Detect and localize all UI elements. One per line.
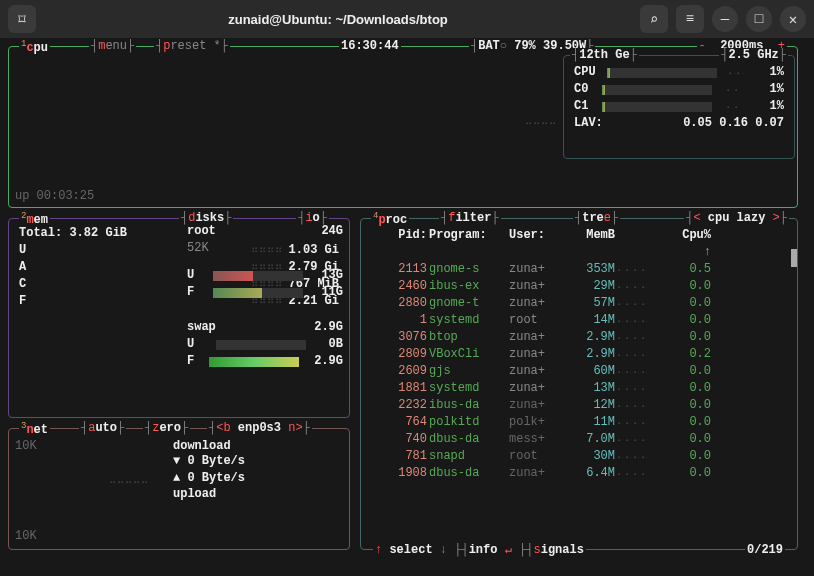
down-arrow-icon: ▼ [173,454,180,468]
scrollbar[interactable] [791,249,797,267]
proc-row[interactable]: 2609gjszuna+60M⠄⠄⠄⠄0.0 [379,363,785,380]
proc-title: 4proc [371,211,409,227]
preset-button[interactable]: ┤ppreset *reset *├ [154,39,230,53]
disk-row: F 11G [187,284,343,301]
interface-selector[interactable]: ┤<b enp0s3 n>├ [207,421,312,435]
auto-button[interactable]: ┤auto├ [79,421,126,435]
cpu-title: 1cpu [19,39,50,55]
proc-row[interactable]: 2460ibus-exzuna+29M⠄⠄⠄⠄0.0 [379,278,785,295]
mem-panel: 2mem ┤disks├ ┤io├ Total: 3.82 GiB U⠶⠶⠶⠶1… [8,218,350,418]
mem-title: 2mem [19,211,50,227]
proc-row[interactable]: 764polkitdpolk+11M⠄⠄⠄⠄0.0 [379,414,785,431]
cpu-core-row: C0⠄⠄1% [574,81,784,98]
up-arrow-icon: ▲ [173,471,180,485]
info-button[interactable]: info [469,543,498,557]
proc-row[interactable]: 1908dbus-dazuna+6.4M⠄⠄⠄⠄0.0 [379,465,785,482]
proc-position: 0/219 [745,543,785,557]
cpu-panel: 1cpu ┤menu├ ┤ppreset *reset *├ 16:30:44 … [8,46,798,208]
battery-icon: ○ [500,39,507,53]
hamburger-icon[interactable]: ≡ [676,5,704,33]
swap-label: swap2.9G [187,319,343,336]
proc-row[interactable]: 1systemdroot14M⠄⠄⠄⠄0.0 [379,312,785,329]
proc-row[interactable]: 2880gnome-tzuna+57M⠄⠄⠄⠄0.0 [379,295,785,312]
uptime: up 00:03:25 [15,189,94,203]
menu-button[interactable]: ┤menu├ [89,39,136,53]
swap-row: F 2.9G [187,353,343,370]
window-title: zunaid@Ubuntu: ~/Downloads/btop [44,12,632,27]
sort-control[interactable]: ┤< cpu lazy >├ [684,211,789,225]
filter-button[interactable]: ┤filter├ [439,211,501,225]
terminal-icon[interactable]: ⌑ [8,5,36,33]
proc-row[interactable]: 3076btopzuna+2.9M⠄⠄⠄⠄0.0 [379,329,785,346]
proc-headers[interactable]: Pid: Program: User: MemB Cpu% ↑ [379,227,785,261]
load-average: LAV: 0.05 0.16 0.07 [574,115,784,132]
maximize-icon[interactable]: □ [746,6,772,32]
clock: 16:30:44 [339,39,401,53]
search-icon[interactable]: ⌕ [640,5,668,33]
root-disk: root24G [187,223,343,240]
proc-panel: 4proc ┤filter├ ┤tree├ ┤< cpu lazy >├ Pid… [360,218,798,550]
proc-row[interactable]: 2232ibus-dazuna+12M⠄⠄⠄⠄0.0 [379,397,785,414]
proc-row[interactable]: 740dbus-damess+7.0M⠄⠄⠄⠄0.0 [379,431,785,448]
cpu-core-row: CPU⠄⠄1% [574,64,784,81]
net-title: 3net [19,421,50,437]
disk-row: U 13G [187,267,343,284]
close-icon[interactable]: ✕ [780,6,806,32]
swap-row: U 0B [187,336,343,353]
proc-footer: ↑ select ↓ ├┤info ↵ ├┤signals [373,542,586,557]
select-button[interactable]: select [389,543,432,557]
cpu-core-row: C1⠄⠄1% [574,98,784,115]
proc-row[interactable]: 2113gnome-szuna+353M⠄⠄⠄⠄0.5 [379,261,785,278]
net-rates: download ▼ 0 Byte/s ▲ 0 Byte/s upload [173,439,343,501]
cpu-stats: ┤12th Ge├ ┤2.5 GHz├ CPU⠄⠄1%C0⠄⠄1%C1⠄⠄1% … [563,55,795,159]
titlebar: ⌑ zunaid@Ubuntu: ~/Downloads/btop ⌕ ≡ — … [0,0,814,38]
net-panel: 3net ┤auto├ ┤zero├ ┤<b enp0s3 n>├ 10K ⠤⠤… [8,428,350,550]
zero-button[interactable]: ┤zero├ [143,421,190,435]
proc-row[interactable]: 1881systemdzuna+13M⠄⠄⠄⠄0.0 [379,380,785,397]
signals-button[interactable]: ignals [541,543,584,557]
tree-button[interactable]: ┤tree├ [573,211,620,225]
proc-row[interactable]: 781snapdroot30M⠄⠄⠄⠄0.0 [379,448,785,465]
minimize-icon[interactable]: — [712,6,738,32]
proc-row[interactable]: 2809VBoxClizuna+2.9M⠄⠄⠄⠄0.2 [379,346,785,363]
